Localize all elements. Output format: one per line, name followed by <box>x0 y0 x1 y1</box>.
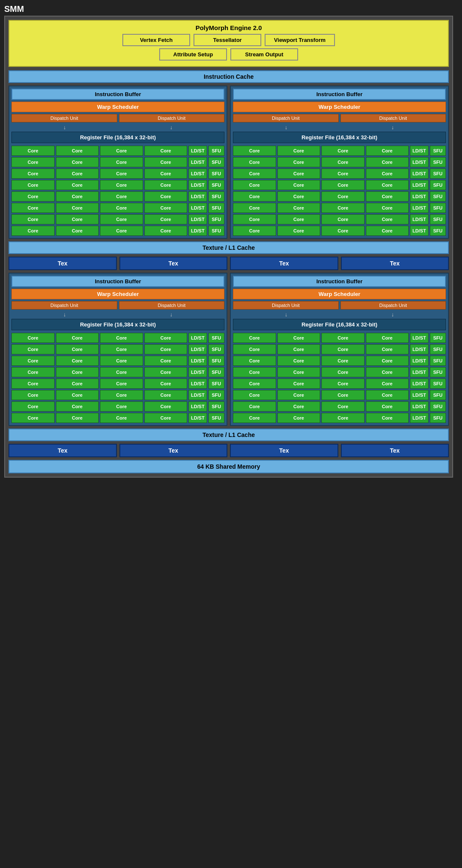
tex-cell-b4: Tex <box>341 444 449 457</box>
core-cell: Core <box>277 146 321 156</box>
core-cell: Core <box>56 214 99 224</box>
core-cell: Core <box>321 367 365 377</box>
core-cell: Core <box>144 390 188 400</box>
stream-output: Stream Output <box>230 48 298 61</box>
core-cell: Core <box>321 214 365 224</box>
instr-buf-tr: Instruction Buffer <box>233 88 446 100</box>
core-cell: Core <box>56 180 99 190</box>
core-row: Core Core Core Core LD/ST SFU <box>11 203 224 213</box>
core-cell: Core <box>100 226 143 236</box>
core-cell: Core <box>366 169 409 179</box>
ldst-cell: LD/ST <box>188 157 207 167</box>
sfu-cell: SFU <box>208 367 224 377</box>
core-cell: Core <box>100 367 143 377</box>
arrows-bl: ↓ ↓ <box>11 311 224 318</box>
dispatch-row-bl: Dispatch Unit Dispatch Unit <box>11 301 224 310</box>
core-row: Core Core Core Core LD/ST SFU <box>11 157 224 167</box>
core-cell: Core <box>233 180 276 190</box>
core-row: Core Core Core Core LD/ST SFU <box>11 146 224 156</box>
sfu-cell: SFU <box>430 203 446 213</box>
tex-cell-2: Tex <box>119 257 228 270</box>
core-cell: Core <box>144 169 188 179</box>
core-row: Core Core Core Core LD/ST SFU <box>11 169 224 179</box>
smm-label: SMM <box>4 4 458 14</box>
core-cell: Core <box>11 401 55 412</box>
sm-top-row: Instruction Buffer Warp Scheduler Dispat… <box>8 86 449 239</box>
core-cell: Core <box>277 344 321 354</box>
core-cell: Core <box>321 401 365 412</box>
tex-cell-b2: Tex <box>119 444 228 457</box>
sfu-cell: SFU <box>430 333 446 343</box>
dispatch-unit-bl-2: Dispatch Unit <box>119 301 225 310</box>
ldst-cell: LD/ST <box>410 333 429 343</box>
reg-file-br: Register File (16,384 x 32-bit) <box>233 319 446 330</box>
core-cell: Core <box>144 226 188 236</box>
warp-sched-tl: Warp Scheduler <box>11 102 224 112</box>
sm-bottom-row: Instruction Buffer Warp Scheduler Dispat… <box>8 273 449 426</box>
core-row: Core Core Core Core LD/ST SFU <box>233 413 446 423</box>
core-cell: Core <box>233 333 276 343</box>
core-cell: Core <box>277 367 321 377</box>
core-grid-tl: Core Core Core Core LD/ST SFU Core Core … <box>11 146 224 236</box>
core-grid-br: Core Core Core Core LD/ST SFU Core Core … <box>233 333 446 423</box>
dispatch-unit-tr-2: Dispatch Unit <box>340 114 446 122</box>
core-cell: Core <box>321 226 365 236</box>
tex-cell-3: Tex <box>230 257 338 270</box>
core-cell: Core <box>11 379 55 389</box>
core-grid-bl: Core Core Core Core LD/ST SFU Core Core … <box>11 333 224 423</box>
ldst-cell: LD/ST <box>410 413 429 423</box>
dispatch-unit-tl-1: Dispatch Unit <box>11 114 117 122</box>
ldst-cell: LD/ST <box>188 356 207 366</box>
core-cell: Core <box>100 180 143 190</box>
core-row: Core Core Core Core LD/ST SFU <box>11 344 224 354</box>
core-cell: Core <box>56 390 99 400</box>
core-cell: Core <box>144 191 188 202</box>
core-cell: Core <box>366 401 409 412</box>
sfu-cell: SFU <box>208 214 224 224</box>
core-cell: Core <box>100 413 143 423</box>
core-cell: Core <box>56 356 99 366</box>
arrows-tr: ↓ ↓ <box>233 124 446 130</box>
core-row: Core Core Core Core LD/ST SFU <box>233 203 446 213</box>
sfu-cell: SFU <box>208 333 224 343</box>
ldst-cell: LD/ST <box>188 169 207 179</box>
core-cell: Core <box>277 157 321 167</box>
core-cell: Core <box>56 203 99 213</box>
core-cell: Core <box>366 413 409 423</box>
core-cell: Core <box>233 191 276 202</box>
core-row: Core Core Core Core LD/ST SFU <box>11 191 224 202</box>
sfu-cell: SFU <box>208 379 224 389</box>
core-cell: Core <box>144 367 188 377</box>
dispatch-row-tl: Dispatch Unit Dispatch Unit <box>11 114 224 122</box>
sfu-cell: SFU <box>430 146 446 156</box>
core-row: Core Core Core Core LD/ST SFU <box>11 379 224 389</box>
sfu-cell: SFU <box>430 191 446 202</box>
core-cell: Core <box>233 169 276 179</box>
core-cell: Core <box>233 157 276 167</box>
core-cell: Core <box>56 169 99 179</box>
core-cell: Core <box>277 333 321 343</box>
ldst-cell: LD/ST <box>410 367 429 377</box>
core-cell: Core <box>321 157 365 167</box>
core-cell: Core <box>56 226 99 236</box>
sfu-cell: SFU <box>430 401 446 412</box>
core-cell: Core <box>366 333 409 343</box>
core-cell: Core <box>11 413 55 423</box>
sfu-cell: SFU <box>430 214 446 224</box>
core-cell: Core <box>277 169 321 179</box>
core-row: Core Core Core Core LD/ST SFU <box>233 191 446 202</box>
core-row: Core Core Core Core LD/ST SFU <box>11 226 224 236</box>
dispatch-row-br: Dispatch Unit Dispatch Unit <box>233 301 446 310</box>
core-cell: Core <box>100 344 143 354</box>
ldst-cell: LD/ST <box>188 146 207 156</box>
dispatch-unit-bl-1: Dispatch Unit <box>11 301 117 310</box>
core-cell: Core <box>233 356 276 366</box>
core-cell: Core <box>321 203 365 213</box>
core-row: Core Core Core Core LD/ST SFU <box>233 169 446 179</box>
core-row: Core Core Core Core LD/ST SFU <box>233 157 446 167</box>
sm-top-left: Instruction Buffer Warp Scheduler Dispat… <box>8 86 227 239</box>
sm-bottom-right: Instruction Buffer Warp Scheduler Dispat… <box>230 273 449 426</box>
sfu-cell: SFU <box>208 191 224 202</box>
core-cell: Core <box>277 203 321 213</box>
core-cell: Core <box>144 413 188 423</box>
